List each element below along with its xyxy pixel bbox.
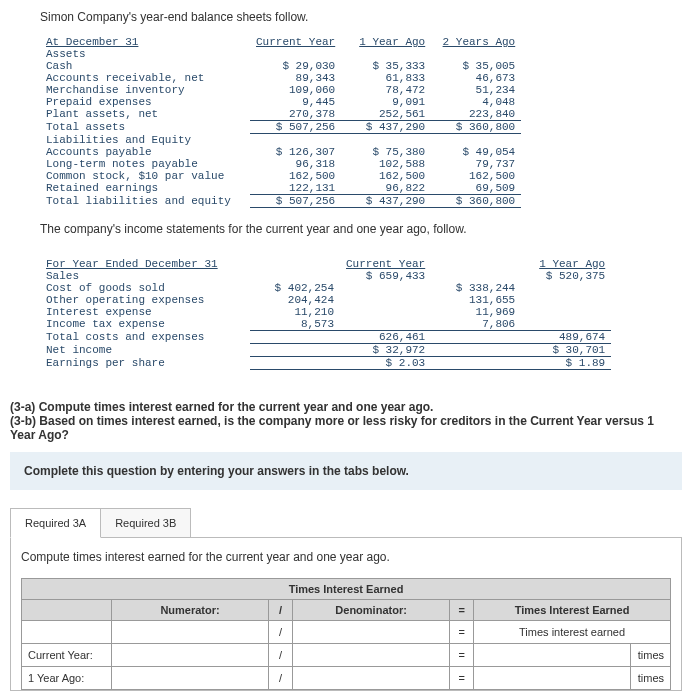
q3b-label: (3-b) Based on times interest earned, is… <box>10 414 654 442</box>
row-cogs: Cost of goods sold <box>40 282 250 294</box>
result-1y-input[interactable] <box>480 671 624 685</box>
numerator-header: Numerator: <box>112 599 269 620</box>
assets-heading: Assets <box>40 48 250 60</box>
slash-1y: / <box>269 666 293 689</box>
denominator-header: Denominator: <box>293 599 450 620</box>
question-block: (3-a) Compute times interest earned for … <box>10 400 682 442</box>
numerator-1y-input[interactable] <box>118 671 262 685</box>
is-date-label: For Year Ended December 31 <box>40 256 250 270</box>
row-re: Retained earnings <box>40 182 250 195</box>
bs-col-cy: Current Year <box>250 34 341 48</box>
result-sub: Times interest earned <box>474 620 671 643</box>
is-col-1y: 1 Year Ago <box>521 256 611 270</box>
row-ar: Accounts receivable, net <box>40 72 250 84</box>
eq-cell: = <box>450 620 474 643</box>
instructions-banner: Complete this question by entering your … <box>10 452 682 490</box>
slash-header: / <box>269 599 293 620</box>
le-heading: Liabilities and Equity <box>40 134 250 146</box>
row-inv: Merchandise inventory <box>40 84 250 96</box>
unit-cy: times <box>631 643 671 666</box>
income-narrative: The company's income statements for the … <box>40 222 682 236</box>
row-label-cy: Current Year: <box>22 643 112 666</box>
row-ltnp: Long-term notes payable <box>40 158 250 170</box>
slash-cy: / <box>269 643 293 666</box>
result-header: Times Interest Earned <box>474 599 671 620</box>
result-cy-input[interactable] <box>480 648 624 662</box>
eq-1y: = <box>450 666 474 689</box>
bs-col-1y: 1 Year Ago <box>341 34 431 48</box>
denominator-cy-input[interactable] <box>299 648 443 662</box>
row-eps: Earnings per share <box>40 356 250 369</box>
numerator-label-input[interactable] <box>118 625 262 639</box>
slash-cell: / <box>269 620 293 643</box>
numerator-cy-input[interactable] <box>118 648 262 662</box>
row-ap: Accounts payable <box>40 146 250 158</box>
times-interest-earned-table: Times Interest Earned Numerator: / Denom… <box>21 578 671 690</box>
q3a-label: (3-a) Compute times interest earned for … <box>10 400 433 414</box>
row-sales: Sales <box>40 270 250 282</box>
tab-required-3b[interactable]: Required 3B <box>100 508 191 538</box>
row-intexp: Interest expense <box>40 306 250 318</box>
income-statement-table: For Year Ended December 31 Current Year … <box>40 256 611 370</box>
row-tax: Income tax expense <box>40 318 250 331</box>
row-cs: Common stock, $10 par value <box>40 170 250 182</box>
row-opex: Other operating expenses <box>40 294 250 306</box>
row-prepaid: Prepaid expenses <box>40 96 250 108</box>
bs-col-2y: 2 Years Ago <box>431 34 521 48</box>
unit-1y: times <box>631 666 671 689</box>
tab-sub-instruction: Compute times interest earned for the cu… <box>21 550 671 564</box>
tab-required-3a[interactable]: Required 3A <box>10 508 101 538</box>
row-netinc: Net income <box>40 343 250 356</box>
row-totcosts: Total costs and expenses <box>40 330 250 343</box>
is-col-cy: Current Year <box>340 256 431 270</box>
denominator-1y-input[interactable] <box>299 671 443 685</box>
eq-header: = <box>450 599 474 620</box>
row-cash: Cash <box>40 60 250 72</box>
intro-text: Simon Company's year-end balance sheets … <box>40 10 682 24</box>
row-total-le: Total liabilities and equity <box>40 194 250 207</box>
calc-title: Times Interest Earned <box>22 578 671 599</box>
bs-date-label: At December 31 <box>40 34 250 48</box>
tab-bar: Required 3A Required 3B <box>10 508 682 538</box>
tab-panel-3a: Compute times interest earned for the cu… <box>10 537 682 691</box>
row-plant: Plant assets, net <box>40 108 250 121</box>
eq-cy: = <box>450 643 474 666</box>
row-total-assets: Total assets <box>40 121 250 134</box>
denominator-label-input[interactable] <box>299 625 443 639</box>
balance-sheet-table: At December 31 Current Year 1 Year Ago 2… <box>40 34 521 208</box>
row-label-1y: 1 Year Ago: <box>22 666 112 689</box>
